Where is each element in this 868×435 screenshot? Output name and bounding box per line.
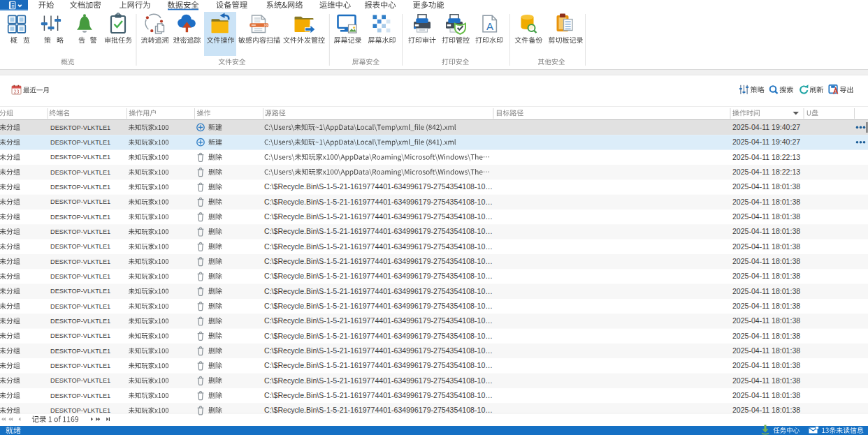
svg-text:DESKTOP-VLKTLE1: DESKTOP-VLKTLE1	[50, 228, 110, 235]
svg-text:C:\$Recycle.Bin\S-1-5-21-16197: C:\$Recycle.Bin\S-1-5-21-1619774401-6349…	[264, 182, 493, 191]
svg-text:DESKTOP-VLKTLE1: DESKTOP-VLKTLE1	[50, 303, 110, 310]
svg-text:DESKTOP-VLKTLE1: DESKTOP-VLKTLE1	[50, 348, 110, 355]
svg-text:C:\$Recycle.Bin\S-1-5-21-16197: C:\$Recycle.Bin\S-1-5-21-1619774401-6349…	[264, 272, 493, 280]
svg-text:2025-04-11 18:01:38: 2025-04-11 18:01:38	[732, 198, 800, 206]
svg-text:DESKTOP-VLKTLE1: DESKTOP-VLKTLE1	[50, 392, 110, 399]
svg-text:C:\$Recycle.Bin\S-1-5-21-16197: C:\$Recycle.Bin\S-1-5-21-1619774401-6349…	[264, 242, 493, 251]
svg-text:A: A	[486, 20, 493, 32]
svg-text:2025-04-11 18:01:38: 2025-04-11 18:01:38	[732, 346, 800, 355]
svg-text:2025-04-11 18:01:38: 2025-04-11 18:01:38	[732, 212, 800, 221]
svg-text:DESKTOP-VLKTLE1: DESKTOP-VLKTLE1	[50, 124, 110, 131]
svg-text:DESKTOP-VLKTLE1: DESKTOP-VLKTLE1	[50, 318, 110, 325]
svg-text:2025-04-11 18:01:38: 2025-04-11 18:01:38	[732, 287, 800, 295]
svg-text:C:\$Recycle.Bin\S-1-5-21-16197: C:\$Recycle.Bin\S-1-5-21-1619774401-6349…	[264, 376, 493, 385]
svg-text:DESKTOP-VLKTLE1: DESKTOP-VLKTLE1	[50, 258, 110, 265]
svg-text:DESKTOP-VLKTLE1: DESKTOP-VLKTLE1	[50, 407, 110, 414]
svg-text:C:\$Recycle.Bin\S-1-5-21-16197: C:\$Recycle.Bin\S-1-5-21-1619774401-6349…	[264, 212, 493, 221]
svg-text:2025-04-11 18:01:38: 2025-04-11 18:01:38	[732, 227, 800, 235]
svg-text:2025-04-11 18:22:13: 2025-04-11 18:22:13	[732, 168, 800, 176]
svg-text:2025-04-11 18:01:38: 2025-04-11 18:01:38	[732, 257, 800, 265]
svg-text:DESKTOP-VLKTLE1: DESKTOP-VLKTLE1	[50, 184, 110, 191]
svg-text:C:\$Recycle.Bin\S-1-5-21-16197: C:\$Recycle.Bin\S-1-5-21-1619774401-6349…	[264, 316, 493, 325]
svg-text:2025-04-11 18:01:38: 2025-04-11 18:01:38	[732, 332, 800, 340]
svg-text:2025-04-11 19:40:27: 2025-04-11 19:40:27	[732, 138, 800, 146]
svg-text:C:\$Recycle.Bin\S-1-5-21-16197: C:\$Recycle.Bin\S-1-5-21-1619774401-6349…	[264, 287, 493, 295]
svg-text:DESKTOP-VLKTLE1: DESKTOP-VLKTLE1	[50, 214, 110, 221]
svg-text:DESKTOP-VLKTLE1: DESKTOP-VLKTLE1	[50, 169, 110, 176]
svg-text:DESKTOP-VLKTLE1: DESKTOP-VLKTLE1	[50, 139, 110, 146]
svg-text:C:\$Recycle.Bin\S-1-5-21-16197: C:\$Recycle.Bin\S-1-5-21-1619774401-6349…	[264, 361, 493, 369]
svg-text:C:\$Recycle.Bin\S-1-5-21-16197: C:\$Recycle.Bin\S-1-5-21-1619774401-6349…	[264, 302, 493, 310]
svg-text:DESKTOP-VLKTLE1: DESKTOP-VLKTLE1	[50, 154, 110, 161]
svg-text:C:\$Recycle.Bin\S-1-5-21-16197: C:\$Recycle.Bin\S-1-5-21-1619774401-6349…	[264, 332, 493, 340]
svg-text:C:\$Recycle.Bin\S-1-5-21-16197: C:\$Recycle.Bin\S-1-5-21-1619774401-6349…	[264, 227, 493, 235]
svg-text:2025-04-11 18:01:38: 2025-04-11 18:01:38	[732, 316, 800, 325]
svg-text:C:\$Recycle.Bin\S-1-5-21-16197: C:\$Recycle.Bin\S-1-5-21-1619774401-6349…	[264, 346, 493, 355]
svg-text:2025-04-11 18:01:38: 2025-04-11 18:01:38	[732, 302, 800, 310]
svg-text:C:\$Recycle.Bin\S-1-5-21-16197: C:\$Recycle.Bin\S-1-5-21-1619774401-6349…	[264, 406, 493, 414]
svg-text:DESKTOP-VLKTLE1: DESKTOP-VLKTLE1	[50, 377, 110, 384]
svg-text:2025-04-11 18:01:38: 2025-04-11 18:01:38	[732, 182, 800, 191]
svg-text:DESKTOP-VLKTLE1: DESKTOP-VLKTLE1	[50, 288, 110, 295]
svg-text:DESKTOP-VLKTLE1: DESKTOP-VLKTLE1	[50, 332, 110, 339]
svg-text:2025-04-11 19:40:27: 2025-04-11 19:40:27	[732, 123, 800, 131]
svg-text:C:\$Recycle.Bin\S-1-5-21-16197: C:\$Recycle.Bin\S-1-5-21-1619774401-6349…	[264, 391, 493, 399]
svg-text:DESKTOP-VLKTLE1: DESKTOP-VLKTLE1	[50, 198, 110, 205]
svg-text:2025-04-11 18:01:38: 2025-04-11 18:01:38	[732, 361, 800, 369]
svg-text:DESKTOP-VLKTLE1: DESKTOP-VLKTLE1	[50, 273, 110, 280]
svg-text:2025-04-11 18:01:38: 2025-04-11 18:01:38	[732, 272, 800, 280]
svg-text:DESKTOP-VLKTLE1: DESKTOP-VLKTLE1	[50, 362, 110, 369]
svg-text:2025-04-11 18:22:13: 2025-04-11 18:22:13	[732, 153, 800, 161]
svg-text:2025-04-11 18:01:38: 2025-04-11 18:01:38	[732, 242, 800, 251]
svg-text:DESKTOP-VLKTLE1: DESKTOP-VLKTLE1	[50, 243, 110, 250]
svg-text:2025-04-11 18:01:38: 2025-04-11 18:01:38	[732, 406, 800, 414]
svg-text:2025-04-11 18:01:38: 2025-04-11 18:01:38	[732, 391, 800, 399]
svg-text:C:\$Recycle.Bin\S-1-5-21-16197: C:\$Recycle.Bin\S-1-5-21-1619774401-6349…	[264, 257, 493, 265]
svg-text:C:\$Recycle.Bin\S-1-5-21-16197: C:\$Recycle.Bin\S-1-5-21-1619774401-6349…	[264, 198, 493, 206]
svg-text:2025-04-11 18:01:38: 2025-04-11 18:01:38	[732, 376, 800, 385]
